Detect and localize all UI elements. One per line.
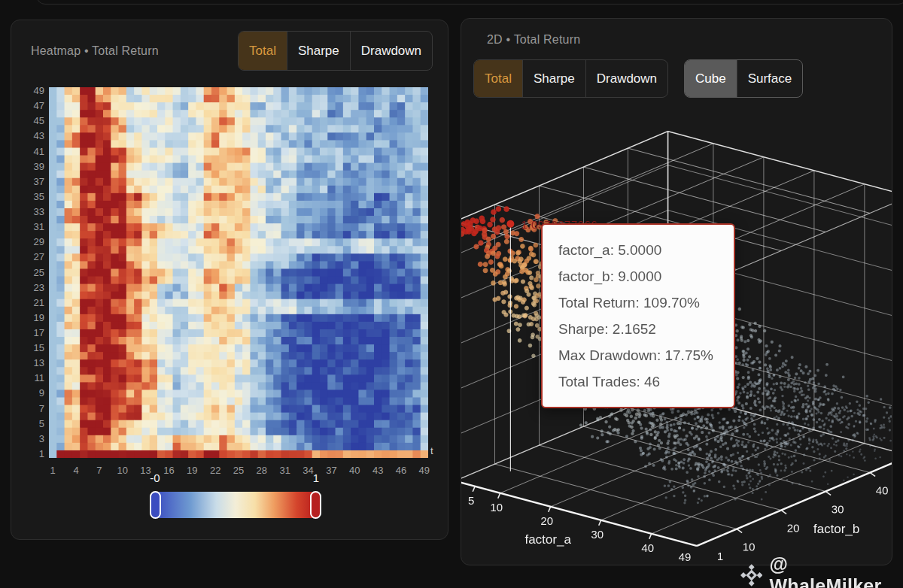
tab-surface[interactable]: Surface — [737, 60, 803, 97]
scatter3d-panel: 2D • Total Return TotalSharpeDrawdown Cu… — [461, 18, 892, 565]
color-range-slider: -0 1 — [150, 491, 321, 519]
heatmap-y-tick: 9 — [16, 387, 44, 399]
heatmap-y-tick: 45 — [16, 115, 44, 126]
heatmap-y-tick: 1 — [16, 448, 44, 459]
watermark: @ WhaleMilker — [740, 553, 903, 588]
heatmap-canvas[interactable] — [49, 87, 428, 458]
heatmap-y-tick: 27 — [16, 251, 44, 262]
heatmap-x-tick: 49 — [413, 465, 436, 476]
watermark-text: @ WhaleMilker — [769, 553, 903, 588]
heatmap-x-tick: 4 — [65, 465, 87, 476]
heatmap-x-axis: 1471013161922252831343740434649 — [49, 465, 428, 478]
heatmap-x-tick: 43 — [366, 465, 389, 476]
scatter3d-view-tabs: CubeSurface — [684, 59, 803, 98]
tab-drawdown[interactable]: Drawdown — [350, 32, 432, 70]
tooltip-line: Sharpe: 2.1652 — [558, 316, 718, 342]
heatmap-x-tick: 19 — [181, 465, 203, 476]
tab-total[interactable]: Total — [474, 60, 522, 97]
heatmap-y-tick: 39 — [16, 161, 44, 172]
heatmap-y-tick: 11 — [16, 372, 44, 383]
upper-panel-edge — [36, 0, 903, 5]
page: Heatmap • Total Return TotalSharpeDrawdo… — [0, 0, 903, 588]
heatmap-x-tick: 10 — [111, 465, 134, 476]
heatmap-panel: Heatmap • Total Return TotalSharpeDrawdo… — [11, 20, 448, 540]
heatmap-y-tick: 23 — [16, 282, 44, 293]
tab-sharpe[interactable]: Sharpe — [522, 60, 585, 97]
heatmap-y-tick: 19 — [16, 312, 44, 323]
heatmap-y-tick: 41 — [16, 146, 44, 157]
heatmap-y-tick: 35 — [16, 191, 44, 202]
heatmap-x-tick: 22 — [204, 465, 227, 476]
heatmap-y-tick: 49 — [16, 85, 44, 96]
scatter3d-panel-title: 2D • Total Return — [487, 33, 580, 47]
heatmap-y-tick: 5 — [16, 418, 44, 429]
heatmap-y-tick: 47 — [16, 100, 44, 111]
hover-tooltip: factor_a: 5.0000factor_b: 9.0000Total Re… — [541, 223, 735, 408]
heatmap-panel-title: Heatmap • Total Return — [31, 44, 159, 58]
tab-cube[interactable]: Cube — [685, 60, 737, 97]
heatmap-y-tick: 29 — [16, 236, 44, 247]
color-gradient-track[interactable] — [155, 492, 316, 518]
heatmap-y-tick: 7 — [16, 403, 44, 414]
heatmap-corner-char: t — [430, 445, 433, 456]
heatmap-y-tick: 15 — [16, 342, 44, 353]
slider-min-label: -0 — [141, 471, 169, 484]
heatmap-x-tick: 40 — [343, 465, 366, 476]
binance-diamond-icon — [740, 564, 762, 586]
heatmap-y-axis: 4947454341393735333129272523211917151311… — [16, 87, 44, 458]
tooltip-line: Total Trades: 46 — [558, 368, 718, 395]
slider-min-handle[interactable] — [150, 491, 161, 519]
heatmap-x-tick: 31 — [274, 465, 296, 476]
heatmap-y-tick: 43 — [16, 130, 44, 141]
heatmap-x-tick: 25 — [227, 465, 250, 476]
tooltip-line: factor_a: 5.0000 — [558, 237, 718, 263]
heatmap-y-tick: 13 — [16, 357, 44, 368]
heatmap-y-tick: 3 — [16, 433, 44, 444]
scatter3d-metric-tabs: TotalSharpeDrawdown — [473, 59, 668, 98]
heatmap-x-tick: 46 — [390, 465, 412, 476]
heatmap-y-tick: 31 — [16, 221, 44, 232]
tooltip-line: Total Return: 109.70% — [558, 289, 718, 316]
heatmap-y-tick: 33 — [16, 206, 44, 217]
heatmap-x-tick: 7 — [88, 465, 111, 476]
heatmap-y-tick: 17 — [16, 327, 44, 338]
tooltip-line: factor_b: 9.0000 — [558, 263, 718, 289]
heatmap-metric-tabs: TotalSharpeDrawdown — [238, 31, 433, 71]
heatmap-y-tick: 37 — [16, 176, 44, 187]
slider-max-handle[interactable] — [310, 491, 321, 519]
tab-drawdown[interactable]: Drawdown — [585, 60, 667, 97]
slider-max-label: 1 — [303, 471, 330, 484]
heatmap-y-tick: 25 — [16, 267, 44, 278]
tab-sharpe[interactable]: Sharpe — [287, 32, 350, 70]
heatmap-x-tick: 1 — [41, 465, 64, 476]
tooltip-line: Max Drawdown: 17.75% — [558, 342, 718, 368]
heatmap-y-tick: 21 — [16, 297, 44, 308]
heatmap-x-tick: 28 — [251, 465, 273, 476]
tab-total[interactable]: Total — [239, 32, 287, 70]
